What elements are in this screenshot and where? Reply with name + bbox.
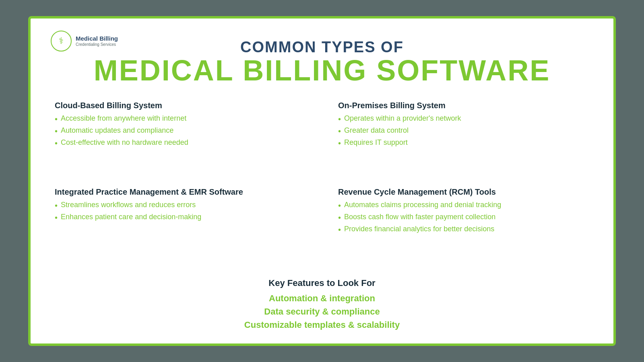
section-on-premises: On-Premises Billing System Operates with… [338,101,589,179]
list-item: Accessible from anywhere with internet [55,114,306,124]
section-cloud-bullets: Accessible from anywhere with internet A… [55,114,306,148]
main-card: ⚕ Medical Billing Credentialing Services… [28,16,616,346]
list-item: Streamlines workflows and reduces errors [55,201,306,210]
key-features-title: Key Features to Look For [55,278,589,288]
logo-sub: Credentialing Services [76,42,118,47]
section-rcm-title: Revenue Cycle Management (RCM) Tools [338,187,589,197]
list-item: Greater data control [338,126,589,136]
list-item: Automatic updates and compliance [55,126,306,136]
header-line2: MEDICAL BILLING SOFTWARE [55,56,589,85]
list-item: Operates within a provider's network [338,114,589,124]
content-grid: Cloud-Based Billing System Accessible fr… [55,101,589,266]
logo-icon: ⚕ [51,31,72,51]
section-rcm-bullets: Automates claims processing and denial t… [338,201,589,234]
section-integrated: Integrated Practice Management & EMR Sof… [55,187,306,266]
page-header: COMMON TYPES OF MEDICAL BILLING SOFTWARE [55,39,589,85]
list-item: Requires IT support [338,138,589,148]
section-rcm: Revenue Cycle Management (RCM) Tools Aut… [338,187,589,266]
list-item: Boosts cash flow with faster payment col… [338,213,589,222]
logo-text: Medical Billing Credentialing Services [76,35,118,47]
key-features-section: Key Features to Look For Automation & in… [55,274,589,331]
section-cloud-title: Cloud-Based Billing System [55,101,306,110]
list-item: Automates claims processing and denial t… [338,201,589,210]
list-item: Enhances patient care and decision-makin… [55,213,306,222]
list-item: Cost-effective with no hardware needed [55,138,306,148]
key-feature-2: Data security & compliance [55,305,589,318]
section-cloud-based: Cloud-Based Billing System Accessible fr… [55,101,306,179]
list-item: Provides financial analytics for better … [338,225,589,234]
section-integrated-title: Integrated Practice Management & EMR Sof… [55,187,306,197]
section-integrated-bullets: Streamlines workflows and reduces errors… [55,201,306,222]
logo-area: ⚕ Medical Billing Credentialing Services [51,31,118,51]
section-onprem-bullets: Operates within a provider's network Gre… [338,114,589,148]
key-feature-3: Customizable templates & scalability [55,318,589,331]
header-line1: COMMON TYPES OF [55,39,589,56]
logo-name: Medical Billing [76,35,118,42]
key-feature-1: Automation & integration [55,292,589,305]
section-onprem-title: On-Premises Billing System [338,101,589,110]
